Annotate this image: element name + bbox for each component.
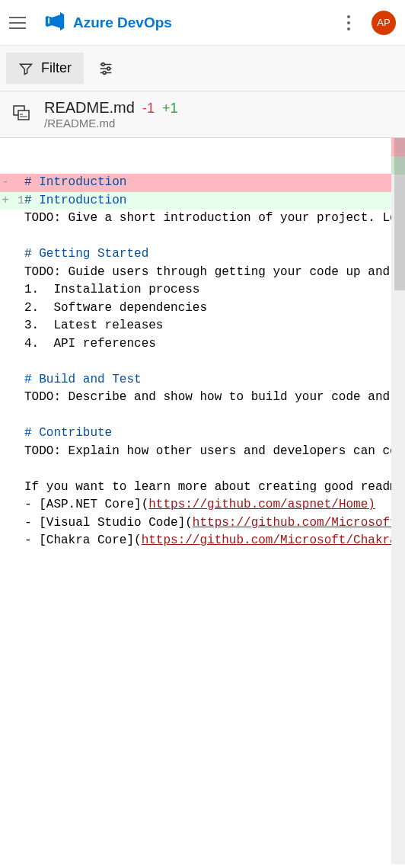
line-number (11, 264, 24, 282)
code-line[interactable]: TODO: Explain how other users and develo… (0, 443, 405, 461)
diff-marker (0, 264, 11, 282)
code-line[interactable]: If you want to learn more about creating… (0, 479, 405, 497)
code-line[interactable]: 2. Software dependencies (0, 299, 405, 318)
diff-marker (0, 532, 11, 550)
code-line[interactable] (0, 407, 405, 425)
line-content: 4. API references (24, 335, 405, 354)
line-content: # Introduction (24, 174, 405, 192)
code-line[interactable]: TODO: Guide users through getting your c… (0, 264, 405, 282)
line-content: # Getting Started (24, 245, 405, 264)
diff-marker: - (0, 174, 11, 192)
line-number (11, 174, 24, 192)
diff-marker (0, 460, 11, 479)
code-line[interactable]: - [ASP.NET Core](https://github.com/aspn… (0, 496, 405, 514)
diff-marker: + (0, 192, 11, 210)
line-content: 2. Software dependencies (24, 299, 405, 318)
line-content: # Introduction (24, 192, 405, 210)
code-line[interactable]: # Build and Test (0, 371, 405, 389)
diff-marker (0, 407, 11, 425)
azure-devops-logo-icon[interactable] (44, 11, 65, 35)
line-content (24, 460, 405, 479)
avatar[interactable]: AP (372, 11, 396, 35)
filter-label: Filter (41, 60, 72, 76)
line-number (11, 210, 24, 228)
line-number (11, 514, 24, 533)
diff-marker (0, 317, 11, 335)
svg-point-0 (102, 62, 105, 66)
line-content: If you want to learn more about creating… (24, 479, 405, 497)
code-line[interactable]: 1. Installation process (0, 281, 405, 299)
file-diff-icon (12, 104, 30, 125)
line-number (11, 281, 24, 299)
diff-marker (0, 299, 11, 318)
code-line[interactable]: # Getting Started (0, 245, 405, 264)
line-number (11, 299, 24, 318)
line-content (24, 228, 405, 246)
line-number (11, 496, 24, 514)
line-number (11, 228, 24, 246)
line-content: - [Visual Studio Code](https://github.co… (24, 514, 405, 533)
diff-code-view[interactable]: -# Introduction+1# Introduction TODO: Gi… (0, 138, 405, 864)
diff-marker (0, 281, 11, 299)
code-line[interactable]: -# Introduction (0, 174, 405, 192)
code-line[interactable]: +1# Introduction (0, 192, 405, 210)
line-content: - [Chakra Core](https://github.com/Micro… (24, 532, 405, 550)
line-number (11, 389, 24, 407)
line-content: TODO: Give a short introduction of your … (24, 210, 405, 228)
hamburger-menu-icon[interactable] (9, 12, 30, 34)
line-content: # Contribute (24, 424, 405, 443)
file-header: README.md -1 +1 /README.md (0, 91, 405, 138)
line-number (11, 335, 24, 354)
filter-button[interactable]: Filter (6, 53, 84, 84)
line-number (11, 407, 24, 425)
diff-marker (0, 353, 11, 371)
code-line[interactable] (0, 228, 405, 246)
svg-rect-4 (18, 111, 29, 120)
line-number: 1 (11, 192, 24, 210)
toolbar: Filter (0, 46, 405, 91)
line-number (11, 371, 24, 389)
diff-marker (0, 514, 11, 533)
diff-marker (0, 424, 11, 443)
line-number (11, 443, 24, 461)
line-number (11, 479, 24, 497)
diff-marker (0, 443, 11, 461)
more-options-icon[interactable] (338, 12, 359, 34)
code-line[interactable]: - [Chakra Core](https://github.com/Micro… (0, 532, 405, 550)
svg-point-2 (103, 71, 106, 74)
diff-removed-count: -1 (142, 101, 155, 117)
overview-ruler[interactable] (391, 138, 405, 864)
line-number (11, 532, 24, 550)
diff-marker (0, 496, 11, 514)
code-line[interactable] (0, 460, 405, 479)
line-number (11, 353, 24, 371)
code-line[interactable]: TODO: Describe and show how to build you… (0, 389, 405, 407)
svg-point-1 (107, 67, 110, 70)
file-name: README.md (44, 99, 135, 117)
settings-icon[interactable] (97, 60, 114, 77)
code-line[interactable]: 4. API references (0, 335, 405, 354)
line-content: TODO: Guide users through getting your c… (24, 264, 405, 282)
line-content (24, 353, 405, 371)
diff-added-count: +1 (162, 101, 178, 117)
line-content (24, 407, 405, 425)
line-content: TODO: Explain how other users and develo… (24, 443, 405, 461)
code-line[interactable]: # Contribute (0, 424, 405, 443)
code-line[interactable]: 3. Latest releases (0, 317, 405, 335)
diff-marker (0, 335, 11, 354)
line-number (11, 460, 24, 479)
file-path: /README.md (44, 117, 177, 130)
line-content: 3. Latest releases (24, 317, 405, 335)
line-content: 1. Installation process (24, 281, 405, 299)
code-line[interactable]: - [Visual Studio Code](https://github.co… (0, 514, 405, 533)
line-content: - [ASP.NET Core](https://github.com/aspn… (24, 496, 405, 514)
code-line[interactable] (0, 353, 405, 371)
line-content: # Build and Test (24, 371, 405, 389)
scrollbar-thumb[interactable] (394, 138, 405, 290)
diff-marker (0, 245, 11, 264)
line-number (11, 245, 24, 264)
app-title[interactable]: Azure DevOps (73, 14, 172, 31)
code-line[interactable]: TODO: Give a short introduction of your … (0, 210, 405, 228)
line-content: TODO: Describe and show how to build you… (24, 389, 405, 407)
diff-marker (0, 479, 11, 497)
